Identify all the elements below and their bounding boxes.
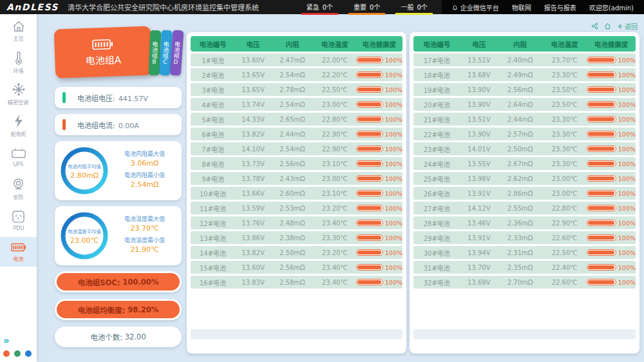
table-row[interactable]: 27#电池 14.12V 2.55mΩ 22.80℃ 100% xyxy=(413,202,636,214)
tab-battery-group-d[interactable]: 电池组D xyxy=(170,30,184,75)
back-link[interactable]: 返回 xyxy=(617,21,638,31)
sidebar-item-environment[interactable]: 环境 xyxy=(0,48,37,77)
battery-temperature: 23.30℃ xyxy=(542,116,587,123)
battery-voltage: 13.78V xyxy=(235,175,271,182)
battery-temperature: 23.10℃ xyxy=(314,160,356,167)
health-percent: 100% xyxy=(618,116,636,123)
battery-health-cell: 100% xyxy=(587,220,636,227)
battery-table-right: 电池编号电压内阻电池温度电池健康度 17#电池 13.51V 2.40mΩ 23… xyxy=(410,32,639,354)
table-row[interactable]: 18#电池 13.68V 2.49mΩ 23.30℃ 100% xyxy=(413,68,636,81)
battery-group-a-card[interactable]: 电池组A xyxy=(54,26,153,78)
sidebar-item-home[interactable]: 主页 xyxy=(0,16,37,46)
battery-resistance: 2.56mΩ xyxy=(271,264,314,271)
battery-resistance: 2.54mΩ xyxy=(271,146,314,153)
home-icon[interactable] xyxy=(604,23,611,30)
table-row[interactable]: 16#电池 13.83V 2.58mΩ 23.40℃ 100% xyxy=(191,276,402,289)
balance-value: 98.20% xyxy=(128,305,158,314)
table-body: 17#电池 13.51V 2.40mΩ 23.70℃ 100% 18#电池 13… xyxy=(413,53,636,289)
table-row[interactable]: 19#电池 13.90V 2.56mΩ 23.50℃ 100% xyxy=(413,83,636,96)
dot-green[interactable] xyxy=(14,350,21,357)
table-row[interactable]: 10#电池 13.66V 2.60mΩ 23.10℃ 100% xyxy=(191,187,402,200)
health-bar xyxy=(356,160,383,167)
alarm-badge-general[interactable]: 一般 0个 xyxy=(395,0,432,15)
battery-temperature: 23.20℃ xyxy=(314,205,356,212)
battery-health-cell: 100% xyxy=(587,175,636,182)
dot-orange[interactable] xyxy=(3,350,10,357)
table-row[interactable]: 7#电池 14.10V 2.54mΩ 22.90℃ 100% xyxy=(191,142,402,155)
table-row[interactable]: 9#电池 13.78V 2.43mΩ 23.00℃ 100% xyxy=(191,172,402,185)
sidebar-item-ups[interactable]: UPS xyxy=(0,142,37,172)
menu-user-welcome[interactable]: 欢迎您(admin) xyxy=(589,3,634,12)
battery-resistance: 2.60mΩ xyxy=(271,190,314,197)
table-row[interactable]: 4#电池 13.74V 2.54mΩ 23.00℃ 100% xyxy=(191,98,402,111)
battery-voltage: 14.12V xyxy=(460,205,498,212)
menu-reports[interactable]: 报告与报表 xyxy=(544,3,576,12)
sidebar-item-battery[interactable]: 电池 xyxy=(0,237,37,267)
sidebar-item-pdu[interactable]: PDU xyxy=(0,205,37,235)
lightning-icon xyxy=(12,114,25,128)
health-bar xyxy=(356,116,383,122)
alarm-badge-critical[interactable]: 紧急 0个 xyxy=(301,0,338,15)
table-row[interactable]: 8#电池 13.73V 2.56mΩ 23.10℃ 100% xyxy=(191,157,402,170)
table-row[interactable]: 25#电池 13.98V 2.62mΩ 23.00℃ 100% xyxy=(413,172,636,185)
menu-iot[interactable]: 物联网 xyxy=(512,3,531,12)
table-row[interactable]: 22#电池 13.90V 2.57mΩ 23.30℃ 100% xyxy=(413,128,636,140)
table-row[interactable]: 1#电池 13.60V 2.47mΩ 22.00℃ 100% xyxy=(191,53,402,66)
battery-temperature: 23.00℃ xyxy=(314,175,356,182)
expand-chevrons-icon[interactable]: » xyxy=(3,335,32,347)
menu-wechat-platform[interactable]: 企业微信平台 xyxy=(452,3,499,12)
battery-table-left: 电池编号电压内阻电池温度电池健康度 1#电池 13.60V 2.47mΩ 22.… xyxy=(187,32,406,354)
battery-resistance: 2.38mΩ xyxy=(271,234,314,242)
table-row[interactable]: 24#电池 13.55V 2.67mΩ 23.30℃ 100% xyxy=(413,157,636,170)
health-bar xyxy=(587,57,616,63)
table-row[interactable]: 23#电池 14.01V 2.50mΩ 23.30℃ 100% xyxy=(413,142,636,155)
share-icon[interactable] xyxy=(591,23,598,30)
soc-card: 电池组SOC: 100.00% xyxy=(55,271,182,292)
battery-temperature: 23.00℃ xyxy=(314,101,356,108)
alarm-badge-important[interactable]: 重要 0个 xyxy=(348,0,385,15)
health-bar xyxy=(587,249,616,256)
table-row[interactable]: 32#电池 13.69V 2.70mΩ 22.60℃ 100% xyxy=(413,276,636,289)
table-row[interactable]: 5#电池 14.33V 2.65mΩ 22.80℃ 100% xyxy=(191,113,402,126)
battery-id: 5#电池 xyxy=(191,115,235,124)
battery-id: 26#电池 xyxy=(413,189,460,198)
table-row[interactable]: 13#电池 13.86V 2.38mΩ 23.30℃ 100% xyxy=(191,231,402,244)
table-row[interactable]: 11#电池 13.59V 2.53mΩ 23.20℃ 100% xyxy=(191,202,402,214)
health-bar xyxy=(587,264,616,271)
sidebar-item-security[interactable]: 安防 xyxy=(0,174,37,204)
table-row[interactable]: 3#电池 13.65V 2.78mΩ 22.50℃ 100% xyxy=(191,83,402,96)
resistance-max-label: 电池内阻最大值 xyxy=(110,149,179,158)
health-percent: 100% xyxy=(385,205,402,212)
health-bar xyxy=(356,190,383,196)
dot-blue[interactable] xyxy=(25,350,32,357)
table-row[interactable]: 31#电池 13.70V 2.35mΩ 22.40℃ 100% xyxy=(413,261,636,274)
snowflake-icon xyxy=(12,82,26,97)
health-percent: 100% xyxy=(618,249,636,256)
battery-health-cell: 100% xyxy=(587,57,636,64)
column-header: 内阻 xyxy=(271,39,314,49)
health-percent: 100% xyxy=(618,205,636,212)
sidebar-item-power-cabinet[interactable]: 配电柜 xyxy=(0,111,37,140)
table-row[interactable]: 30#电池 13.94V 2.31mΩ 22.50℃ 100% xyxy=(413,246,636,259)
table-row[interactable]: 20#电池 13.90V 2.64mΩ 23.50℃ 100% xyxy=(413,98,636,111)
battery-temperature: 23.30℃ xyxy=(542,131,587,138)
battery-voltage: 13.90V xyxy=(460,86,498,93)
health-percent: 100% xyxy=(618,279,636,286)
table-row[interactable]: 6#电池 13.82V 2.44mΩ 22.90℃ 100% xyxy=(191,128,402,140)
table-row[interactable]: 12#电池 13.76V 2.48mΩ 23.40℃ 100% xyxy=(191,216,402,229)
table-row[interactable]: 15#电池 13.60V 2.56mΩ 23.40℃ 100% xyxy=(191,261,402,274)
table-row[interactable]: 29#电池 13.91V 2.33mΩ 22.60℃ 100% xyxy=(413,231,636,244)
table-row[interactable]: 2#电池 13.65V 2.54mΩ 22.20℃ 100% xyxy=(191,68,402,81)
battery-id: 1#电池 xyxy=(191,55,235,65)
table-row[interactable]: 26#电池 13.91V 2.86mΩ 23.00℃ 100% xyxy=(413,187,636,200)
battery-health-cell: 100% xyxy=(356,279,402,286)
sidebar-item-aircon[interactable]: 精密空调 xyxy=(0,79,37,109)
table-row[interactable]: 21#电池 13.51V 2.44mΩ 23.30℃ 100% xyxy=(413,113,636,126)
table-row[interactable]: 28#电池 13.46V 2.36mΩ 22.90℃ 100% xyxy=(413,216,636,229)
table-row[interactable]: 17#电池 13.51V 2.40mΩ 23.70℃ 100% xyxy=(413,53,636,66)
bell-icon xyxy=(452,5,458,10)
battery-voltage: 13.82V xyxy=(235,131,271,138)
alarm-count: 0个 xyxy=(417,2,427,12)
health-percent: 100% xyxy=(618,146,636,153)
table-row[interactable]: 14#电池 13.82V 2.50mΩ 23.20℃ 100% xyxy=(191,246,402,259)
